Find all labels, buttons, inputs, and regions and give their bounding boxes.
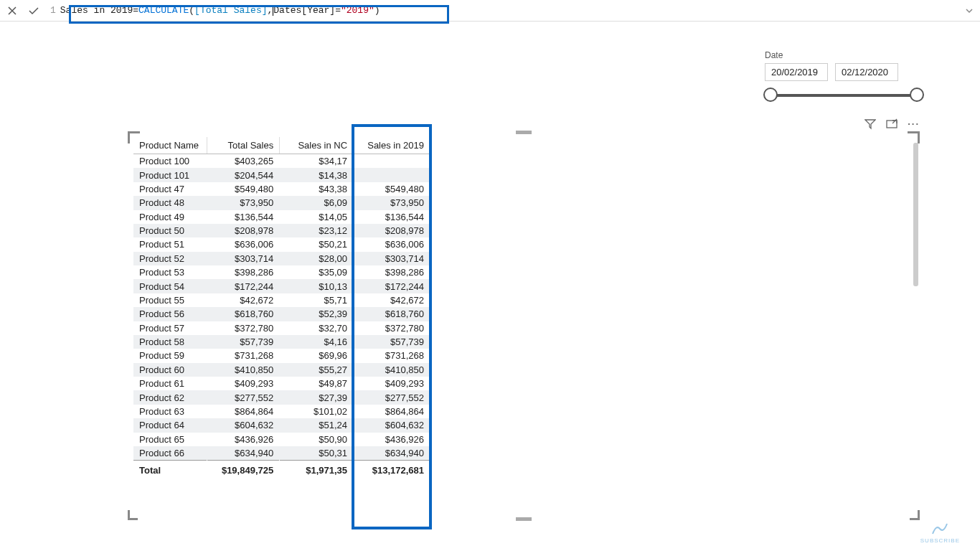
table-row[interactable]: Product 48$73,950$6,09$73,950	[133, 196, 430, 209]
table-row[interactable]: Product 58$57,739$4,16$57,739	[133, 335, 430, 349]
date-slider-track[interactable]	[771, 94, 917, 97]
cell-product: Product 64	[133, 418, 207, 432]
cell-nc: $6,09	[280, 196, 354, 209]
table-row[interactable]: Product 65$436,926$50,90$436,926	[133, 433, 430, 446]
cell-total: $634,940	[207, 446, 280, 461]
expand-formula-button[interactable]	[963, 6, 976, 15]
col-header-sales-nc[interactable]: Sales in NC	[280, 137, 354, 154]
slicer-end-date-input[interactable]: 02/12/2020	[835, 63, 898, 81]
cell-product: Product 55	[133, 293, 207, 307]
cell-product: Product 56	[133, 307, 207, 321]
cell-product: Product 100	[133, 154, 207, 169]
slicer-start-date-input[interactable]: 20/02/2019	[765, 63, 828, 81]
cell-total: $398,286	[207, 265, 280, 279]
table-row[interactable]: Product 54$172,244$10,13$172,244	[133, 279, 430, 293]
resize-handle-top[interactable]	[516, 131, 532, 134]
cell-nc: $28,00	[280, 252, 354, 265]
cell-product: Product 60	[133, 363, 207, 377]
table-visual[interactable]: Product Name Total Sales Sales in NC Sal…	[129, 133, 918, 519]
table-row[interactable]: Product 52$303,714$28,00$303,714	[133, 252, 430, 265]
col-header-sales-2019[interactable]: Sales in 2019	[354, 137, 430, 154]
table-row[interactable]: Product 57$372,780$32,70$372,780	[133, 321, 430, 335]
table-row[interactable]: Product 47$549,480$43,38$549,480	[133, 182, 430, 196]
subscribe-watermark: SUBSCRIBE	[920, 522, 960, 544]
table-row[interactable]: Product 51$636,006$50,21$636,006	[133, 237, 430, 251]
date-slicer[interactable]: Date 20/02/2019 02/12/2020	[765, 50, 923, 97]
date-slider-handle-end[interactable]	[910, 88, 924, 102]
table-row[interactable]: Product 64$604,632$51,24$604,632	[133, 418, 430, 432]
vertical-scrollbar[interactable]	[913, 143, 918, 286]
table-row[interactable]: Product 50$208,978$23,12$208,978	[133, 224, 430, 237]
cell-total: $208,978	[207, 224, 280, 237]
col-header-total-sales[interactable]: Total Sales	[207, 137, 280, 154]
cell-nc: $43,38	[280, 182, 354, 196]
cell-total: $403,265	[207, 154, 280, 169]
cell-total: $410,850	[207, 363, 280, 377]
more-options-icon[interactable]: ···	[908, 118, 920, 132]
cell-nc: $50,31	[280, 446, 354, 461]
table-row[interactable]: Product 62$277,552$27,39$277,552	[133, 390, 430, 404]
cell-2019: $410,850	[354, 363, 430, 377]
cell-total: $277,552	[207, 390, 280, 404]
data-table: Product Name Total Sales Sales in NC Sal…	[133, 137, 430, 480]
cell-nc: $10,13	[280, 279, 354, 293]
cell-2019: $372,780	[354, 321, 430, 335]
cell-product: Product 48	[133, 196, 207, 209]
totals-2019: $13,172,681	[354, 461, 430, 481]
report-canvas[interactable]: Date 20/02/2019 02/12/2020 ···	[0, 22, 980, 551]
cell-total: $172,244	[207, 279, 280, 293]
cell-product: Product 62	[133, 390, 207, 404]
formula-input[interactable]: 1 Sales in 2019 = CALCULATE ( [Total Sal…	[47, 2, 957, 19]
cell-total: $57,739	[207, 335, 280, 349]
table-row[interactable]: Product 60$410,850$55,27$410,850	[133, 363, 430, 377]
cancel-formula-button[interactable]	[4, 3, 20, 19]
cell-2019: $73,950	[354, 196, 430, 209]
cell-2019: $636,006	[354, 237, 430, 251]
cell-product: Product 51	[133, 237, 207, 251]
cell-total: $636,006	[207, 237, 280, 251]
filter-icon[interactable]	[864, 118, 876, 132]
table-row[interactable]: Product 53$398,286$35,09$398,286	[133, 265, 430, 279]
cell-nc: $49,87	[280, 377, 354, 390]
cell-total: $409,293	[207, 377, 280, 390]
table-row[interactable]: Product 49$136,544$14,05$136,544	[133, 210, 430, 224]
totals-nc: $1,971,35	[280, 461, 354, 481]
cell-2019: $172,244	[354, 279, 430, 293]
cell-product: Product 49	[133, 210, 207, 224]
table-row[interactable]: Product 55$42,672$5,71$42,672	[133, 293, 430, 307]
table-row[interactable]: Product 59$731,268$69,96$731,268	[133, 349, 430, 362]
table-row[interactable]: Product 61$409,293$49,87$409,293	[133, 377, 430, 390]
visual-header-toolbar: ···	[864, 118, 920, 132]
table-row[interactable]: Product 101$204,544$14,38	[133, 168, 430, 182]
table-row[interactable]: Product 100$403,265$34,17	[133, 154, 430, 169]
cell-nc: $5,71	[280, 293, 354, 307]
cell-2019: $436,926	[354, 433, 430, 446]
cell-total: $618,760	[207, 307, 280, 321]
cell-product: Product 52	[133, 252, 207, 265]
cell-nc: $69,96	[280, 349, 354, 362]
cell-total: $42,672	[207, 293, 280, 307]
commit-formula-button[interactable]	[26, 3, 42, 19]
cell-product: Product 66	[133, 446, 207, 461]
cell-nc: $27,39	[280, 390, 354, 404]
table-row[interactable]: Product 63$864,864$101,02$864,864	[133, 405, 430, 418]
cell-product: Product 61	[133, 377, 207, 390]
col-header-product[interactable]: Product Name	[133, 137, 207, 154]
cell-product: Product 58	[133, 335, 207, 349]
cell-product: Product 47	[133, 182, 207, 196]
resize-handle-bottom[interactable]	[516, 517, 532, 521]
svg-rect-0	[887, 121, 897, 128]
date-slider-handle-start[interactable]	[763, 88, 778, 102]
cell-2019: $136,544	[354, 210, 430, 224]
formula-bar: 1 Sales in 2019 = CALCULATE ( [Total Sal…	[0, 0, 980, 22]
focus-mode-icon[interactable]	[886, 118, 897, 132]
cell-total: $372,780	[207, 321, 280, 335]
table-row[interactable]: Product 66$634,940$50,31$634,940	[133, 446, 430, 461]
cell-total: $204,544	[207, 168, 280, 182]
table-row[interactable]: Product 56$618,760$52,39$618,760	[133, 307, 430, 321]
cell-2019: $731,268	[354, 349, 430, 362]
cell-2019	[354, 168, 430, 182]
cell-nc: $14,38	[280, 168, 354, 182]
cell-nc: $35,09	[280, 265, 354, 279]
cell-total: $549,480	[207, 182, 280, 196]
